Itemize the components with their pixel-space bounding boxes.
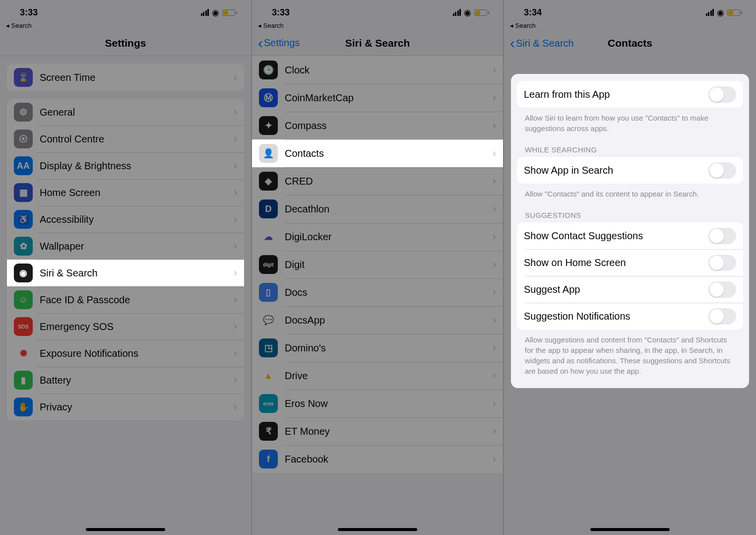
settings-row[interactable]: 🕒Clock› <box>252 56 503 84</box>
toggle[interactable] <box>708 255 736 271</box>
settings-row[interactable]: ⌛Screen Time› <box>7 64 244 91</box>
settings-row[interactable]: ▯Docs› <box>252 278 503 306</box>
back-to-app[interactable]: ◂ Search <box>504 22 756 30</box>
toggle[interactable] <box>708 308 736 325</box>
nav-back-label: Settings <box>264 37 300 49</box>
settings-row[interactable]: 💬DocsApp› <box>252 306 503 334</box>
chevron-right-icon: › <box>234 401 237 413</box>
row-show-in-search[interactable]: Show App in Search <box>517 157 743 184</box>
suggestion-row[interactable]: Show on Home Screen <box>517 249 743 276</box>
settings-row[interactable]: ₹ET Money› <box>252 417 503 445</box>
nav-bar: Settings <box>0 30 251 56</box>
home-indicator[interactable] <box>86 528 165 531</box>
row-label: Display & Brightness <box>40 160 231 172</box>
toggle-show-in-search[interactable] <box>708 162 736 179</box>
suggestion-row[interactable]: Suggest App <box>517 276 743 303</box>
status-bar: 3:33 ◉ <box>252 0 503 22</box>
settings-row[interactable]: ▦Home Screen› <box>7 179 244 206</box>
app-icon: ✦ <box>259 116 278 135</box>
settings-row[interactable]: ▲Drive› <box>252 362 503 390</box>
row-label: Exposure Notifications <box>40 348 231 359</box>
settings-row[interactable]: ✿Wallpaper› <box>7 233 244 260</box>
wifi-icon: ◉ <box>212 8 219 17</box>
wifi-icon: ◉ <box>717 8 724 17</box>
chevron-left-icon: ‹ <box>258 36 263 51</box>
suggestion-row[interactable]: Suggestion Notifications <box>517 303 743 330</box>
back-to-app[interactable]: ◂ Search <box>0 22 251 30</box>
phone-settings: 3:33 ◉ ◂ Search Settings ⌛Screen Time› ⚙… <box>0 0 252 535</box>
app-icon: ▮ <box>14 371 33 390</box>
row-label: Privacy <box>40 401 231 413</box>
header-while-searching: While Searching <box>511 135 749 157</box>
settings-row[interactable]: erosEros Now› <box>252 390 503 417</box>
app-icon: ✋ <box>14 398 33 416</box>
row-label: DocsApp <box>285 315 490 326</box>
nav-back-button[interactable]: ‹ Settings <box>258 36 300 51</box>
settings-row[interactable]: ◈CRED› <box>252 167 503 195</box>
home-indicator[interactable] <box>338 528 417 531</box>
settings-row[interactable]: ▮Battery› <box>7 367 244 394</box>
row-label: Control Centre <box>40 134 231 145</box>
row-label: Suggestion Notifications <box>524 311 708 322</box>
app-icon: SOS <box>14 317 33 336</box>
app-icon: f <box>259 450 278 468</box>
app-icon: digit <box>259 255 278 274</box>
settings-row[interactable]: ✺Exposure Notifications› <box>7 340 244 367</box>
nav-bar: ‹ Siri & Search Contacts <box>504 30 756 56</box>
settings-row[interactable]: SOSEmergency SOS› <box>7 313 244 340</box>
row-learn-from-app[interactable]: Learn from this App <box>517 81 743 108</box>
row-label: Wallpaper <box>40 241 231 252</box>
app-icon: ✿ <box>14 237 33 256</box>
nav-back-button[interactable]: ‹ Siri & Search <box>510 36 574 51</box>
chevron-right-icon: › <box>234 159 237 172</box>
settings-row[interactable]: ☺Face ID & Passcode› <box>7 286 244 313</box>
settings-row[interactable]: 👤Contacts› <box>252 139 503 167</box>
chevron-right-icon: › <box>493 147 496 160</box>
chevron-right-icon: › <box>234 347 237 360</box>
chevron-left-icon: ‹ <box>510 36 515 51</box>
home-indicator[interactable] <box>590 528 670 531</box>
toggle[interactable] <box>708 281 736 298</box>
settings-row[interactable]: ☁DigiLocker› <box>252 223 503 251</box>
app-icon: 🕒 <box>259 61 278 79</box>
row-label: Docs <box>285 287 490 298</box>
nav-title: Settings <box>105 37 146 49</box>
back-to-app[interactable]: ◂ Search <box>252 22 503 30</box>
app-icon: ⌛ <box>14 68 33 87</box>
cell-signal-icon <box>706 9 714 16</box>
settings-row[interactable]: ⦿Control Centre› <box>7 126 244 152</box>
chevron-right-icon: › <box>234 267 237 279</box>
settings-row[interactable]: AADisplay & Brightness› <box>7 152 244 179</box>
contacts-settings-panel: Learn from this App Allow Siri to learn … <box>511 74 749 388</box>
chevron-right-icon: › <box>493 453 496 466</box>
settings-row[interactable]: digitDigit› <box>252 251 503 278</box>
row-label: Show on Home Screen <box>524 257 708 268</box>
settings-row[interactable]: ⚙General› <box>7 99 244 126</box>
app-icon: ◳ <box>259 338 278 357</box>
row-label: Facebook <box>285 454 490 465</box>
settings-row[interactable]: ♿Accessibility› <box>7 206 244 233</box>
app-icon: ⚙ <box>14 103 33 122</box>
status-icons: ◉ <box>453 8 490 17</box>
wifi-icon: ◉ <box>464 8 471 17</box>
settings-row[interactable]: DDecathlon› <box>252 195 503 223</box>
chevron-right-icon: › <box>493 64 496 76</box>
settings-row[interactable]: ⓂCoinMarketCap› <box>252 84 503 112</box>
app-icon: Ⓜ <box>259 88 278 107</box>
row-label: DigiLocker <box>285 231 490 243</box>
app-icon: ₹ <box>259 422 278 441</box>
suggestion-row[interactable]: Show Contact Suggestions <box>517 222 743 249</box>
chevron-right-icon: › <box>234 240 237 253</box>
row-label: Face ID & Passcode <box>40 294 231 306</box>
settings-row[interactable]: ◉Siri & Search› <box>7 260 244 286</box>
settings-row[interactable]: ✋Privacy› <box>7 394 244 420</box>
toggle[interactable] <box>708 228 736 244</box>
chevron-right-icon: › <box>493 369 496 382</box>
row-label: Compass <box>285 120 490 132</box>
settings-row[interactable]: fFacebook› <box>252 445 503 473</box>
settings-row[interactable]: ◳Domino's› <box>252 334 503 362</box>
chevron-right-icon: › <box>493 258 496 271</box>
toggle-learn[interactable] <box>708 86 736 103</box>
settings-row[interactable]: ✦Compass› <box>252 112 503 139</box>
row-label: Domino's <box>285 342 490 354</box>
